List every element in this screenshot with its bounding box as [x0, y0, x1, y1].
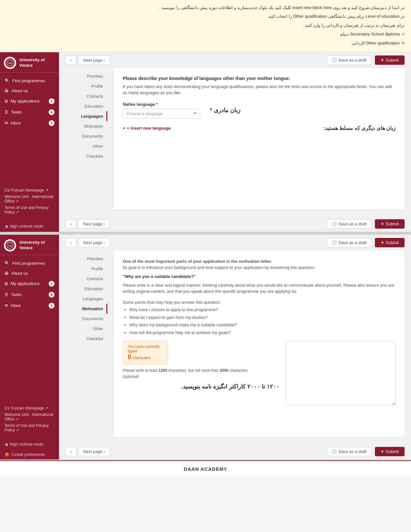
nav-checklist-2[interactable]: Checklist	[65, 334, 107, 344]
sidebar-item-about-us-1[interactable]: 🏛 About us	[0, 86, 59, 96]
terms-link-1[interactable]: Terms of Use and Privacy Policy ↗	[5, 205, 54, 214]
save-draft-button-bottom-2[interactable]: 🕐 Save as a draft	[327, 447, 371, 456]
next-page-label-1: Next page ›	[83, 58, 105, 63]
next-page-button-1[interactable]: Next page ›	[78, 55, 110, 65]
plus-icon-1: +	[123, 126, 125, 131]
nav-other-2[interactable]: Other	[65, 324, 107, 334]
sidebar-item-my-applications-2[interactable]: ⊞ My applications 1	[0, 278, 59, 289]
instruction-banner: در ابتدا از دبیرستان شروع کنید و بعد روی…	[0, 0, 411, 52]
welcome-unit-link-1[interactable]: Welcome Unit - International Office ↗	[5, 194, 54, 203]
nav-priorities-1[interactable]: Priorities	[65, 71, 107, 81]
university-name-1: University of Venice	[19, 57, 55, 68]
insert-language-button[interactable]: + + insert new language	[123, 126, 171, 131]
languages-form-area: Priorities Profile Contacts Education La…	[59, 68, 411, 216]
ca-foscari-link-2[interactable]: Ca' Foscari Homepage ↗	[5, 406, 54, 410]
submit-label-1: Submit	[386, 58, 399, 63]
save-draft-button-bottom-1[interactable]: 🕐 Save as a draft	[327, 219, 371, 229]
motivation-point-1: Why have I chosen to apply to this progr…	[129, 306, 396, 313]
sidebar-item-inbox-2[interactable]: ✉ Inbox 1	[0, 300, 59, 311]
banner-line-1: در ابتدا از دبیرستان شروع کنید و بعد روی…	[6, 4, 405, 11]
char-info-2: characters, but not more than	[168, 368, 219, 373]
char-counter-label: You have currently typed	[128, 344, 163, 353]
sidebar-item-find-programmes-2[interactable]: 🔍 Find programmes	[0, 258, 59, 268]
building-icon-2: 🏛	[5, 271, 9, 276]
high-contrast-label-1: High contrast mode	[10, 224, 43, 229]
fa-instruction: ۱۲۰۰ تا ۲۰۰۰ کاراکتر انگیزه نامه بنویسید…	[123, 383, 279, 390]
banner-line-4: ۱- Secondary School diploma دیپلم	[6, 30, 405, 38]
char-info-3: characters.	[230, 368, 249, 373]
nav-languages-1[interactable]: Languages	[65, 111, 107, 121]
native-language-label-fa: زبان مادری *	[210, 107, 240, 114]
nav-education-2[interactable]: Education	[65, 284, 107, 294]
sidebar-item-my-applications-1[interactable]: ⊞ My applications 1	[0, 96, 59, 107]
nav-languages-2[interactable]: Languages	[65, 294, 107, 304]
nav-motivation-2[interactable]: Motivation	[65, 304, 107, 314]
prev-button-bottom-1[interactable]: ‹	[65, 219, 76, 229]
nav-profile-2[interactable]: Profile	[65, 264, 107, 274]
native-language-label: Native language *	[123, 102, 200, 107]
motivation-guide: Please write in a clear and logical mann…	[123, 282, 396, 295]
svg-text:Ca: Ca	[8, 244, 12, 247]
submit-icon-bottom-1: ✈	[381, 222, 384, 226]
bottom-nav-right-2: 🕐 Save as a draft ✈ Submit	[327, 447, 405, 456]
prev-button-2[interactable]: ‹	[65, 238, 76, 247]
next-page-button-bottom-1[interactable]: Next page ›	[78, 219, 110, 229]
motivation-top-nav: ‹ Next page › 🕐 Save as a draft ✈ Submit	[59, 235, 411, 251]
svg-text:Ca: Ca	[8, 62, 12, 64]
sidebar-item-label: About us	[11, 88, 28, 93]
char-counter-box: You have currently typed 0 characters	[123, 341, 168, 364]
university-logo-2: Ca	[4, 239, 16, 251]
sidebar-item-label: Tasks	[11, 292, 22, 297]
sidebar-item-tasks-1[interactable]: ☰ Tasks 6	[0, 107, 59, 118]
nav-documents-2[interactable]: Documents	[65, 314, 107, 324]
nav-documents-1[interactable]: Documents	[65, 131, 107, 141]
motivation-section: Ca University of Venice 🔍 Find programme…	[0, 235, 411, 460]
sidebar-item-about-us-2[interactable]: 🏛 About us	[0, 268, 59, 278]
ca-foscari-link-1[interactable]: Ca' Foscari Homepage ↗	[5, 188, 54, 192]
char-info: Please write at least 1200 characters, b…	[123, 368, 279, 380]
nav-motivation-1[interactable]: Motivation	[65, 121, 107, 131]
save-draft-button-1[interactable]: 🕐 Save as a draft	[327, 55, 371, 65]
submit-label-bottom-2: Submit	[386, 449, 399, 454]
save-draft-label-1: Save as a draft	[338, 58, 367, 63]
nav-other-1[interactable]: Other	[65, 141, 107, 151]
nav-checklist-1[interactable]: Checklist	[65, 151, 107, 161]
other-languages-row: + + insert new language زبان های دیگری ک…	[123, 125, 396, 131]
top-nav-right-1: 🕐 Save as a draft ✈ Submit	[327, 55, 405, 65]
left-arrow-icon-1: ‹	[70, 58, 72, 63]
save-draft-button-2[interactable]: 🕐 Save as a draft	[327, 238, 371, 247]
nav-profile-1[interactable]: Profile	[65, 81, 107, 91]
high-contrast-2[interactable]: ◑ High contrast mode	[0, 439, 59, 450]
prev-button-bottom-2[interactable]: ‹	[65, 447, 76, 456]
sidebar-logo-1: Ca University of Venice	[0, 52, 59, 73]
submit-button-2[interactable]: ✈ Submit	[375, 238, 405, 247]
nav-contacts-1[interactable]: Contacts	[65, 91, 107, 101]
prev-button-1[interactable]: ‹	[65, 55, 76, 65]
cookie-prefs-2[interactable]: 🍪 Cookie preferences	[0, 450, 59, 459]
high-contrast-1[interactable]: ◑ High contrast mode	[0, 221, 59, 232]
left-arrow-icon-bottom-2: ‹	[70, 449, 72, 454]
left-arrow-icon-bottom-1: ‹	[70, 222, 72, 226]
nav-education-1[interactable]: Education	[65, 101, 107, 111]
nav-contacts-2[interactable]: Contacts	[65, 274, 107, 284]
sidebar-item-label: Find programmes	[12, 78, 45, 83]
motivation-intro-bold-1: One of the most important parts of your …	[123, 259, 272, 264]
submit-button-1[interactable]: ✈ Submit	[375, 55, 405, 65]
next-page-button-2[interactable]: Next page ›	[78, 238, 110, 247]
grid-icon-1: ⊞	[5, 99, 8, 103]
welcome-unit-link-2[interactable]: Welcome Unit - International Office ↗	[5, 412, 54, 421]
sidebar-item-tasks-2[interactable]: ☰ Tasks 6	[0, 289, 59, 300]
submit-button-bottom-1[interactable]: ✈ Submit	[375, 219, 405, 229]
submit-button-bottom-2[interactable]: ✈ Submit	[375, 447, 405, 456]
sidebar-item-inbox-1[interactable]: ✉ Inbox 1	[0, 118, 59, 129]
native-language-select[interactable]: Choose a language	[123, 109, 200, 119]
tasks-badge-2: 6	[49, 292, 54, 298]
native-language-row: Native language * Choose a language زبان…	[123, 102, 396, 119]
high-contrast-label-2: High contrast mode	[10, 442, 43, 447]
nav-priorities-2[interactable]: Priorities	[65, 254, 107, 264]
next-page-button-bottom-2[interactable]: Next page ›	[78, 447, 110, 456]
motivation-textarea[interactable]	[286, 341, 396, 405]
terms-link-2[interactable]: Terms of Use and Privacy Policy ↗	[5, 423, 54, 432]
sidebar-item-find-programmes-1[interactable]: 🔍 Find programmes	[0, 76, 59, 86]
char-info-1: Please write at least	[123, 368, 157, 373]
